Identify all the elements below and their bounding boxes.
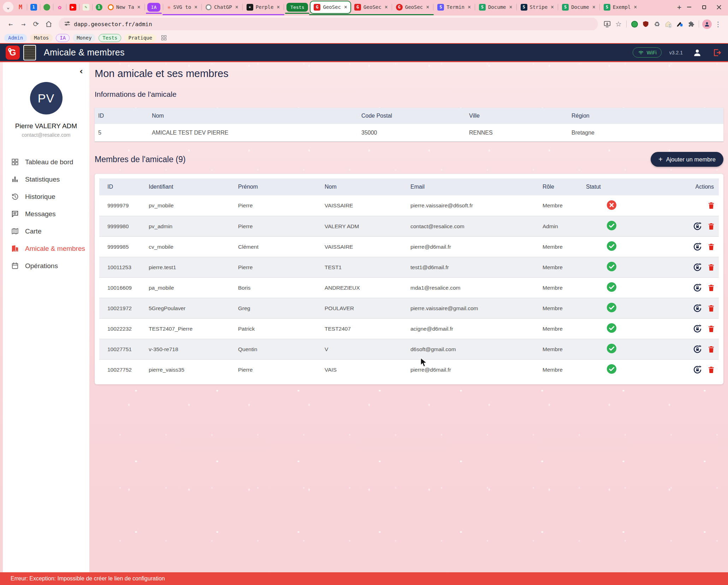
close-tab-icon[interactable]: × (277, 4, 280, 10)
sidebar-item-messages[interactable]: Messages (3, 205, 89, 223)
pinned-tab[interactable]: ✎ (80, 1, 91, 13)
new-tab-button[interactable]: + (677, 3, 681, 11)
tab-new-ta[interactable]: New Ta× (105, 1, 144, 13)
reset-password-icon[interactable] (693, 242, 702, 252)
close-tab-icon[interactable]: × (634, 4, 637, 10)
tab-geosec[interactable]: GGeoSec× (351, 1, 391, 13)
bookmark-pratique[interactable]: Pratique (124, 34, 156, 42)
pen-extension-icon[interactable] (674, 18, 685, 30)
close-tab-icon[interactable]: × (385, 4, 388, 10)
pinned-tab[interactable]: ▶ (67, 1, 78, 13)
members-column-header: ID (107, 184, 149, 190)
delete-member-icon[interactable] (708, 325, 715, 333)
pinned-tab[interactable]: 1 (28, 1, 39, 13)
sidebar-item-op-rations[interactable]: Opérations (3, 257, 89, 274)
sidebar-item-tableau-de-bord[interactable]: Tableau de bord (3, 153, 89, 171)
sidebar-item-carte[interactable]: Carte (3, 223, 89, 240)
close-tab-icon[interactable]: × (194, 4, 197, 10)
delete-member-icon[interactable] (708, 366, 715, 374)
sidebar-collapse-icon[interactable]: ‹ (79, 67, 83, 76)
minimize-icon[interactable] (686, 4, 692, 10)
close-tab-icon[interactable]: × (509, 4, 513, 10)
member-status (586, 200, 671, 212)
url-text[interactable]: dapp.geosector.fr/admin (74, 21, 152, 28)
tab-geosec[interactable]: GGeoSec× (393, 1, 433, 13)
home-icon[interactable] (42, 18, 55, 30)
tab-chatgp[interactable]: ChatGP× (202, 1, 242, 13)
reset-password-icon[interactable] (693, 365, 702, 374)
sidebar-item-historique[interactable]: Historique (3, 188, 89, 205)
tab-exempl[interactable]: SExempl× (600, 1, 640, 13)
back-icon[interactable]: ← (4, 18, 17, 30)
extension-green-icon[interactable] (629, 18, 640, 30)
pinned-tab[interactable] (41, 1, 52, 13)
bookmark-ia[interactable]: IA (56, 34, 70, 42)
bookmark-admin[interactable]: Admin (4, 34, 27, 42)
tab-search-chevron-icon[interactable]: ⌄ (3, 2, 13, 12)
tab-docume[interactable]: SDocume× (476, 1, 516, 13)
delete-member-icon[interactable] (708, 284, 715, 292)
member-status (586, 282, 671, 294)
close-tab-icon[interactable]: × (592, 4, 596, 10)
reset-password-icon[interactable] (693, 324, 702, 333)
reload-icon[interactable]: ⟳ (30, 18, 42, 30)
bookmarks-apps-grid-icon[interactable] (161, 35, 166, 40)
delete-member-icon[interactable] (708, 223, 715, 230)
shield-extension-icon[interactable] (640, 18, 651, 30)
svg-text:1: 1 (669, 24, 671, 28)
tab-docume[interactable]: SDocume× (559, 1, 599, 13)
close-tab-icon[interactable]: × (137, 4, 141, 10)
delete-member-icon[interactable] (708, 264, 715, 271)
reset-password-icon[interactable] (693, 283, 702, 292)
tab-perple[interactable]: ✶Perple× (243, 1, 283, 13)
sidebar-item-amicale-membres[interactable]: Amicale & membres (3, 240, 89, 257)
tab-termin[interactable]: STermin× (434, 1, 474, 13)
tab-group-chip-ia[interactable]: IA (147, 3, 161, 12)
delete-member-icon[interactable] (708, 202, 715, 209)
reset-password-icon[interactable] (693, 221, 702, 231)
recycle-extension-icon[interactable]: ♻ (651, 18, 663, 30)
delete-member-icon[interactable] (708, 345, 715, 353)
close-tab-icon[interactable]: × (551, 4, 554, 10)
install-app-icon[interactable] (602, 18, 613, 30)
pinned-tab[interactable]: ✿ (54, 1, 65, 13)
reset-password-icon[interactable] (693, 262, 702, 272)
close-tab-icon[interactable]: × (235, 4, 238, 10)
bookmark-money[interactable]: Money (73, 34, 95, 42)
tab-group-chip-tests[interactable]: Tests (286, 3, 308, 12)
pinned-tab[interactable]: 1 (93, 1, 105, 13)
delete-member-icon[interactable] (708, 243, 715, 251)
stripe-favicon: S (521, 4, 527, 11)
sidebar-nav: Tableau de bordStatistiquesHistoriqueMes… (3, 153, 89, 274)
info-column-header: Nom (152, 113, 361, 119)
bookmark-star-icon[interactable]: ☆ (613, 18, 624, 30)
tab-title: GeoSec (405, 4, 423, 10)
logout-icon[interactable] (712, 47, 722, 58)
close-tab-icon[interactable]: × (468, 4, 471, 10)
address-bar[interactable]: dapp.geosector.fr/admin (59, 18, 598, 30)
close-tab-icon[interactable]: × (426, 4, 429, 10)
user-account-icon[interactable] (692, 47, 703, 58)
sidebar-item-statistiques[interactable]: Statistiques (3, 171, 89, 188)
table-row: 10016609pa_mobileBorisANDREZIEUXmda1@res… (99, 277, 719, 298)
extensions-puzzle-icon[interactable] (685, 18, 697, 30)
close-tab-icon[interactable]: × (344, 4, 347, 10)
reset-password-icon[interactable] (693, 303, 702, 313)
house-extension-icon[interactable]: 1 (663, 18, 674, 30)
browser-menu-icon[interactable]: ⋮ (712, 18, 724, 30)
maximize-icon[interactable] (701, 4, 707, 10)
forward-icon[interactable]: → (17, 18, 30, 30)
status-active-icon (606, 246, 617, 252)
tab-svg-to[interactable]: ✳SVG to× (164, 1, 201, 13)
bookmark-tests[interactable]: Tests (99, 34, 121, 42)
profile-avatar[interactable] (701, 18, 712, 30)
tab-geosec[interactable]: GGeoSec× (310, 1, 351, 14)
add-member-button[interactable]: + Ajouter un membre (651, 152, 723, 167)
tab-stripe[interactable]: SStripe× (517, 1, 557, 13)
bookmark-matos[interactable]: Matos (30, 34, 53, 42)
pinned-tab[interactable]: M (15, 1, 26, 13)
site-settings-icon[interactable] (64, 20, 70, 28)
close-window-icon[interactable] (716, 4, 722, 10)
delete-member-icon[interactable] (708, 305, 715, 312)
reset-password-icon[interactable] (693, 344, 702, 354)
